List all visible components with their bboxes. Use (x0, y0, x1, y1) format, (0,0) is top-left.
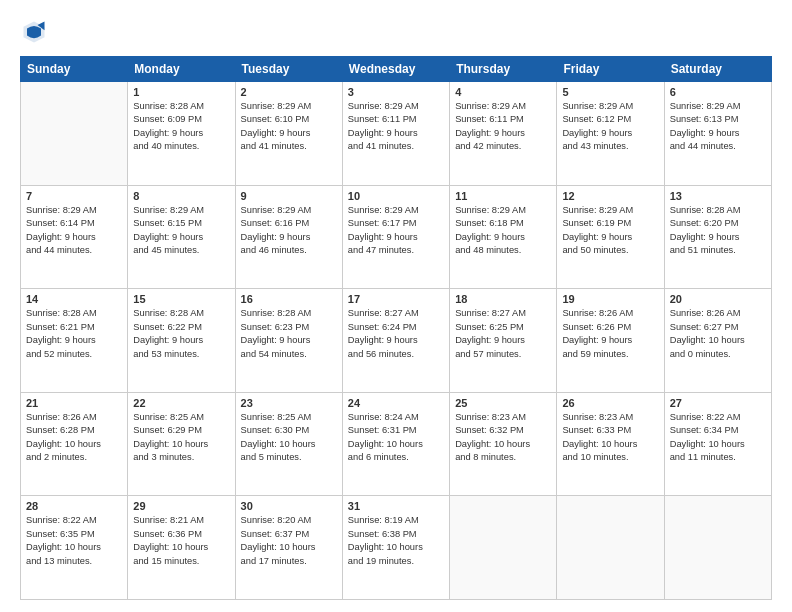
day-number: 15 (133, 293, 229, 305)
day-number: 2 (241, 86, 337, 98)
day-number: 4 (455, 86, 551, 98)
day-number: 20 (670, 293, 766, 305)
week-row-5: 28Sunrise: 8:22 AMSunset: 6:35 PMDayligh… (21, 496, 772, 600)
weekday-header-friday: Friday (557, 57, 664, 82)
day-number: 3 (348, 86, 444, 98)
calendar-cell: 1Sunrise: 8:28 AMSunset: 6:09 PMDaylight… (128, 82, 235, 186)
day-number: 30 (241, 500, 337, 512)
calendar-cell: 23Sunrise: 8:25 AMSunset: 6:30 PMDayligh… (235, 392, 342, 496)
calendar-cell: 13Sunrise: 8:28 AMSunset: 6:20 PMDayligh… (664, 185, 771, 289)
day-info: Sunrise: 8:20 AMSunset: 6:37 PMDaylight:… (241, 514, 337, 568)
calendar-cell: 24Sunrise: 8:24 AMSunset: 6:31 PMDayligh… (342, 392, 449, 496)
day-number: 18 (455, 293, 551, 305)
day-number: 21 (26, 397, 122, 409)
weekday-header-tuesday: Tuesday (235, 57, 342, 82)
calendar-cell: 20Sunrise: 8:26 AMSunset: 6:27 PMDayligh… (664, 289, 771, 393)
day-number: 17 (348, 293, 444, 305)
day-number: 28 (26, 500, 122, 512)
day-number: 10 (348, 190, 444, 202)
week-row-4: 21Sunrise: 8:26 AMSunset: 6:28 PMDayligh… (21, 392, 772, 496)
day-number: 29 (133, 500, 229, 512)
day-number: 16 (241, 293, 337, 305)
calendar-cell: 8Sunrise: 8:29 AMSunset: 6:15 PMDaylight… (128, 185, 235, 289)
day-number: 14 (26, 293, 122, 305)
day-info: Sunrise: 8:22 AMSunset: 6:34 PMDaylight:… (670, 411, 766, 465)
calendar-cell: 4Sunrise: 8:29 AMSunset: 6:11 PMDaylight… (450, 82, 557, 186)
day-number: 25 (455, 397, 551, 409)
calendar-cell: 12Sunrise: 8:29 AMSunset: 6:19 PMDayligh… (557, 185, 664, 289)
day-info: Sunrise: 8:23 AMSunset: 6:32 PMDaylight:… (455, 411, 551, 465)
day-number: 27 (670, 397, 766, 409)
day-info: Sunrise: 8:26 AMSunset: 6:26 PMDaylight:… (562, 307, 658, 361)
page: SundayMondayTuesdayWednesdayThursdayFrid… (0, 0, 792, 612)
day-info: Sunrise: 8:29 AMSunset: 6:11 PMDaylight:… (348, 100, 444, 154)
week-row-1: 1Sunrise: 8:28 AMSunset: 6:09 PMDaylight… (21, 82, 772, 186)
day-info: Sunrise: 8:29 AMSunset: 6:18 PMDaylight:… (455, 204, 551, 258)
calendar-cell: 6Sunrise: 8:29 AMSunset: 6:13 PMDaylight… (664, 82, 771, 186)
day-number: 26 (562, 397, 658, 409)
weekday-header-sunday: Sunday (21, 57, 128, 82)
day-info: Sunrise: 8:23 AMSunset: 6:33 PMDaylight:… (562, 411, 658, 465)
day-info: Sunrise: 8:19 AMSunset: 6:38 PMDaylight:… (348, 514, 444, 568)
calendar-cell: 3Sunrise: 8:29 AMSunset: 6:11 PMDaylight… (342, 82, 449, 186)
header (20, 18, 772, 46)
day-info: Sunrise: 8:28 AMSunset: 6:20 PMDaylight:… (670, 204, 766, 258)
day-info: Sunrise: 8:29 AMSunset: 6:11 PMDaylight:… (455, 100, 551, 154)
calendar-cell: 10Sunrise: 8:29 AMSunset: 6:17 PMDayligh… (342, 185, 449, 289)
calendar-cell: 2Sunrise: 8:29 AMSunset: 6:10 PMDaylight… (235, 82, 342, 186)
calendar-cell: 26Sunrise: 8:23 AMSunset: 6:33 PMDayligh… (557, 392, 664, 496)
day-info: Sunrise: 8:28 AMSunset: 6:21 PMDaylight:… (26, 307, 122, 361)
calendar-cell: 29Sunrise: 8:21 AMSunset: 6:36 PMDayligh… (128, 496, 235, 600)
calendar-cell: 14Sunrise: 8:28 AMSunset: 6:21 PMDayligh… (21, 289, 128, 393)
day-number: 31 (348, 500, 444, 512)
calendar-cell: 22Sunrise: 8:25 AMSunset: 6:29 PMDayligh… (128, 392, 235, 496)
day-number: 7 (26, 190, 122, 202)
day-info: Sunrise: 8:29 AMSunset: 6:15 PMDaylight:… (133, 204, 229, 258)
day-info: Sunrise: 8:25 AMSunset: 6:29 PMDaylight:… (133, 411, 229, 465)
weekday-header-wednesday: Wednesday (342, 57, 449, 82)
day-number: 11 (455, 190, 551, 202)
calendar-cell: 21Sunrise: 8:26 AMSunset: 6:28 PMDayligh… (21, 392, 128, 496)
day-info: Sunrise: 8:24 AMSunset: 6:31 PMDaylight:… (348, 411, 444, 465)
calendar-cell: 28Sunrise: 8:22 AMSunset: 6:35 PMDayligh… (21, 496, 128, 600)
weekday-header-monday: Monday (128, 57, 235, 82)
calendar-cell (21, 82, 128, 186)
logo (20, 18, 52, 46)
day-info: Sunrise: 8:27 AMSunset: 6:25 PMDaylight:… (455, 307, 551, 361)
day-info: Sunrise: 8:29 AMSunset: 6:12 PMDaylight:… (562, 100, 658, 154)
calendar-cell: 16Sunrise: 8:28 AMSunset: 6:23 PMDayligh… (235, 289, 342, 393)
day-info: Sunrise: 8:28 AMSunset: 6:23 PMDaylight:… (241, 307, 337, 361)
calendar-cell: 15Sunrise: 8:28 AMSunset: 6:22 PMDayligh… (128, 289, 235, 393)
day-number: 19 (562, 293, 658, 305)
day-info: Sunrise: 8:22 AMSunset: 6:35 PMDaylight:… (26, 514, 122, 568)
calendar-cell (557, 496, 664, 600)
day-info: Sunrise: 8:26 AMSunset: 6:27 PMDaylight:… (670, 307, 766, 361)
day-info: Sunrise: 8:29 AMSunset: 6:16 PMDaylight:… (241, 204, 337, 258)
calendar-cell: 30Sunrise: 8:20 AMSunset: 6:37 PMDayligh… (235, 496, 342, 600)
day-info: Sunrise: 8:28 AMSunset: 6:22 PMDaylight:… (133, 307, 229, 361)
day-number: 13 (670, 190, 766, 202)
week-row-3: 14Sunrise: 8:28 AMSunset: 6:21 PMDayligh… (21, 289, 772, 393)
calendar-cell: 17Sunrise: 8:27 AMSunset: 6:24 PMDayligh… (342, 289, 449, 393)
calendar-cell: 11Sunrise: 8:29 AMSunset: 6:18 PMDayligh… (450, 185, 557, 289)
day-number: 24 (348, 397, 444, 409)
calendar-cell: 25Sunrise: 8:23 AMSunset: 6:32 PMDayligh… (450, 392, 557, 496)
logo-icon (20, 18, 48, 46)
day-number: 8 (133, 190, 229, 202)
day-info: Sunrise: 8:26 AMSunset: 6:28 PMDaylight:… (26, 411, 122, 465)
calendar-table: SundayMondayTuesdayWednesdayThursdayFrid… (20, 56, 772, 600)
calendar-cell: 5Sunrise: 8:29 AMSunset: 6:12 PMDaylight… (557, 82, 664, 186)
day-number: 22 (133, 397, 229, 409)
calendar-cell: 7Sunrise: 8:29 AMSunset: 6:14 PMDaylight… (21, 185, 128, 289)
day-info: Sunrise: 8:28 AMSunset: 6:09 PMDaylight:… (133, 100, 229, 154)
day-info: Sunrise: 8:29 AMSunset: 6:13 PMDaylight:… (670, 100, 766, 154)
calendar-cell: 27Sunrise: 8:22 AMSunset: 6:34 PMDayligh… (664, 392, 771, 496)
calendar-cell (450, 496, 557, 600)
calendar-cell: 19Sunrise: 8:26 AMSunset: 6:26 PMDayligh… (557, 289, 664, 393)
day-number: 1 (133, 86, 229, 98)
calendar-cell: 9Sunrise: 8:29 AMSunset: 6:16 PMDaylight… (235, 185, 342, 289)
calendar-header-row: SundayMondayTuesdayWednesdayThursdayFrid… (21, 57, 772, 82)
calendar-cell (664, 496, 771, 600)
day-info: Sunrise: 8:21 AMSunset: 6:36 PMDaylight:… (133, 514, 229, 568)
day-number: 6 (670, 86, 766, 98)
